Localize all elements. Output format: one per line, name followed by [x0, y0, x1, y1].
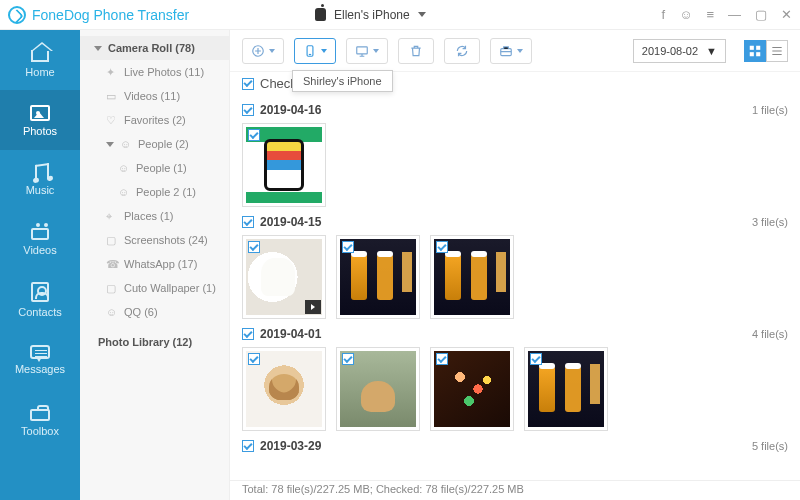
- group-checkbox[interactable]: [242, 440, 254, 452]
- chevron-down-icon: [94, 46, 102, 51]
- tree-people[interactable]: ☺People (2): [80, 132, 229, 156]
- tree-videos[interactable]: ▭Videos (11): [80, 84, 229, 108]
- pc-export-icon: [355, 44, 369, 58]
- video-icon: ▭: [106, 90, 118, 102]
- album-tree: Camera Roll (78) ✦Live Photos (11) ▭Vide…: [80, 30, 230, 500]
- nav-videos[interactable]: Videos: [0, 210, 80, 270]
- grid-icon: [748, 44, 762, 58]
- folder-icon: ▢: [106, 282, 118, 294]
- videos-icon: [31, 228, 49, 240]
- group-checkbox[interactable]: [242, 216, 254, 228]
- device-dropdown[interactable]: Ellen's iPhone: [303, 4, 438, 26]
- chevron-down-icon: [418, 12, 426, 17]
- refresh-icon: [455, 44, 469, 58]
- group-header[interactable]: 2019-03-295 file(s): [242, 431, 788, 459]
- heart-icon: ♡: [106, 114, 118, 126]
- tree-places[interactable]: ⌖Places (1): [80, 204, 229, 228]
- thumb-checkbox[interactable]: [436, 241, 448, 253]
- tree-cuto[interactable]: ▢Cuto Wallpaper (1): [80, 276, 229, 300]
- photo-thumb[interactable]: [336, 235, 420, 319]
- photo-scroll[interactable]: 2019-04-161 file(s) 2019-04-153 file(s) …: [230, 95, 800, 480]
- photo-thumb[interactable]: [242, 123, 326, 207]
- photo-thumb[interactable]: [430, 347, 514, 431]
- tree-people-2[interactable]: ☺People 2 (1): [80, 180, 229, 204]
- list-view-button[interactable]: [766, 40, 788, 62]
- toolbar: 2019-08-02▼ Shirley's iPhone: [230, 30, 800, 72]
- add-button[interactable]: [242, 38, 284, 64]
- apple-icon: [315, 8, 326, 21]
- minimize-icon[interactable]: —: [728, 8, 741, 21]
- facebook-icon[interactable]: f: [662, 8, 666, 21]
- tree-qq[interactable]: ☺QQ (6): [80, 300, 229, 324]
- group-checkbox[interactable]: [242, 328, 254, 340]
- thumb-checkbox[interactable]: [342, 241, 354, 253]
- export-pc-button[interactable]: [346, 38, 388, 64]
- tree-photo-library[interactable]: Photo Library (12): [80, 330, 229, 354]
- content-pane: 2019-08-02▼ Shirley's iPhone Check All(7…: [230, 30, 800, 500]
- qq-icon: ☺: [106, 306, 118, 318]
- tree-people-1[interactable]: ☺People (1): [80, 156, 229, 180]
- thumb-checkbox[interactable]: [248, 241, 260, 253]
- refresh-button[interactable]: [444, 38, 480, 64]
- export-device-button[interactable]: [294, 38, 336, 64]
- thumb-checkbox[interactable]: [342, 353, 354, 365]
- photo-thumb[interactable]: [524, 347, 608, 431]
- whatsapp-icon: ☎: [106, 258, 118, 270]
- nav-music[interactable]: Music: [0, 150, 80, 210]
- delete-button[interactable]: [398, 38, 434, 64]
- list-icon: [770, 44, 784, 58]
- music-icon: [35, 163, 49, 181]
- photos-icon: [30, 105, 50, 121]
- photo-thumb[interactable]: [242, 347, 326, 431]
- nav-messages[interactable]: Messages: [0, 330, 80, 390]
- photo-thumb[interactable]: [430, 235, 514, 319]
- thumb-checkbox[interactable]: [248, 129, 260, 141]
- thumb-checkbox[interactable]: [248, 353, 260, 365]
- svg-rect-4: [750, 45, 754, 49]
- tree-live-photos[interactable]: ✦Live Photos (11): [80, 60, 229, 84]
- person-icon: ☺: [118, 186, 130, 198]
- app-logo-icon: [8, 6, 26, 24]
- sidebar-nav: Home Photos Music Videos Contacts Messag…: [0, 30, 80, 500]
- group-checkbox[interactable]: [242, 104, 254, 116]
- svg-rect-7: [756, 52, 760, 56]
- home-icon: [31, 50, 49, 62]
- device-name: Ellen's iPhone: [334, 8, 410, 22]
- group-header[interactable]: 2019-04-014 file(s): [242, 319, 788, 347]
- nav-contacts[interactable]: Contacts: [0, 270, 80, 330]
- dedupe-button[interactable]: [490, 38, 532, 64]
- status-bar: Total: 78 file(s)/227.25 MB; Checked: 78…: [230, 480, 800, 500]
- nav-toolbox[interactable]: Toolbox: [0, 390, 80, 450]
- people-icon: ☺: [120, 138, 132, 150]
- chevron-down-icon: [106, 142, 114, 147]
- tree-screenshots[interactable]: ▢Screenshots (24): [80, 228, 229, 252]
- svg-rect-5: [756, 45, 760, 49]
- thumb-checkbox[interactable]: [530, 353, 542, 365]
- video-badge-icon: [305, 300, 321, 314]
- phone-export-icon: [303, 44, 317, 58]
- app-title: FoneDog Phone Transfer: [32, 7, 189, 23]
- photo-thumb[interactable]: [336, 347, 420, 431]
- svg-rect-3: [501, 48, 512, 55]
- maximize-icon[interactable]: ▢: [755, 8, 767, 21]
- tree-whatsapp[interactable]: ☎WhatsApp (17): [80, 252, 229, 276]
- thumb-checkbox[interactable]: [436, 353, 448, 365]
- grid-view-button[interactable]: [744, 40, 766, 62]
- screenshot-icon: ▢: [106, 234, 118, 246]
- close-icon[interactable]: ✕: [781, 8, 792, 21]
- nav-home[interactable]: Home: [0, 30, 80, 90]
- menu-icon[interactable]: ≡: [706, 8, 714, 21]
- photo-thumb[interactable]: [242, 235, 326, 319]
- check-all-checkbox[interactable]: [242, 78, 254, 90]
- feedback-icon[interactable]: ☺: [679, 8, 692, 21]
- title-bar: FoneDog Phone Transfer Ellen's iPhone f …: [0, 0, 800, 30]
- group-header[interactable]: 2019-04-161 file(s): [242, 95, 788, 123]
- window-controls: f ☺ ≡ — ▢ ✕: [662, 8, 793, 21]
- nav-photos[interactable]: Photos: [0, 90, 80, 150]
- date-filter[interactable]: 2019-08-02▼: [633, 39, 726, 63]
- messages-icon: [30, 345, 50, 359]
- tree-favorites[interactable]: ♡Favorites (2): [80, 108, 229, 132]
- toolbox-icon: [30, 409, 50, 421]
- group-header[interactable]: 2019-04-153 file(s): [242, 207, 788, 235]
- tree-camera-roll[interactable]: Camera Roll (78): [80, 36, 229, 60]
